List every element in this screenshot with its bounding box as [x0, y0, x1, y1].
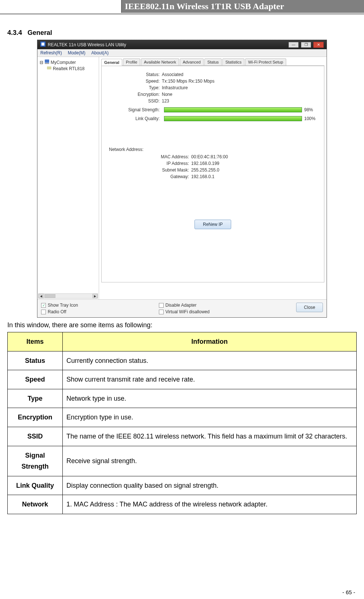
sidebar-tree: ⊟ MyComputer Realtek RTL818 ◀ ▶: [37, 57, 99, 299]
intro-text: In this window, there are some items as …: [7, 321, 357, 329]
table-row: SpeedShow current transmit rate and rece…: [8, 370, 357, 389]
subnet-label: Subnet Mask:: [136, 167, 191, 173]
encryption-value: None: [162, 92, 172, 97]
radio-off-label: Radio Off: [48, 309, 66, 314]
scroll-left-icon[interactable]: ◀: [39, 294, 44, 298]
speed-value: Tx:150 Mbps Rx:150 Mbps: [162, 79, 214, 84]
table-head-items: Items: [8, 332, 63, 351]
show-tray-checkbox[interactable]: ✓: [41, 303, 46, 308]
signal-strength-label: Signal Strength:: [107, 107, 162, 112]
table-row: EncryptionEncryption type in use.: [8, 408, 357, 427]
tab-available-network[interactable]: Available Network: [141, 58, 179, 65]
table-row: Link QualityDisplay connection quality b…: [8, 476, 357, 495]
tree-child-label: Realtek RTL818: [53, 66, 85, 71]
table-row: TypeNetwork type in use.: [8, 389, 357, 408]
tree-root[interactable]: ⊟ MyComputer: [39, 59, 97, 65]
table-head-info: Information: [63, 332, 357, 351]
info-cell: Display connection quality based on sign…: [63, 476, 357, 495]
item-cell: SSID: [8, 427, 63, 446]
menu-mode[interactable]: Mode(M): [68, 50, 85, 55]
item-cell: Network: [8, 495, 63, 514]
scroll-thumb[interactable]: [44, 294, 55, 298]
signal-strength-pct: 98%: [304, 107, 319, 112]
disable-adapter-label: Disable Adapter: [165, 303, 197, 308]
tree-root-label: MyComputer: [51, 60, 76, 65]
menu-about[interactable]: About(A): [91, 50, 109, 55]
tab-status[interactable]: Status: [204, 58, 222, 65]
info-cell: Receive signal strength.: [63, 446, 357, 476]
info-cell: 1. MAC Address : The MAC address of the …: [63, 495, 357, 514]
table-row: SSIDThe name of the IEEE 802.11 wireless…: [8, 427, 357, 446]
close-window-button[interactable]: ✕: [313, 42, 324, 48]
disable-adapter-checkbox[interactable]: [159, 303, 164, 308]
table-row: Network1. MAC Address : The MAC address …: [8, 495, 357, 514]
info-cell: Encryption type in use.: [63, 408, 357, 427]
tree-expand-icon[interactable]: ⊟: [40, 60, 43, 65]
link-quality-pct: 100%: [304, 116, 319, 121]
mac-value: 00:E0:4C:81:76:00: [191, 154, 228, 159]
scroll-right-icon[interactable]: ▶: [92, 294, 98, 298]
app-icon: [40, 42, 46, 48]
tree-child[interactable]: Realtek RTL818: [39, 65, 97, 72]
status-value: Associated: [162, 72, 183, 77]
network-address-block: MAC Address:00:E0:4C:81:76:00 IP Address…: [136, 154, 319, 179]
computer-icon: [45, 59, 49, 65]
svg-rect-3: [45, 63, 49, 64]
svg-rect-1: [41, 43, 44, 46]
encryption-label: Encryption:: [107, 92, 162, 97]
tab-advanced[interactable]: Advanced: [180, 58, 204, 65]
mac-label: MAC Address:: [136, 154, 191, 159]
window-title: REALTEK 11n USB Wireless LAN Utility: [48, 42, 126, 47]
menu-refresh[interactable]: Refresh(R): [40, 50, 62, 55]
ssid-value: 123: [162, 98, 169, 104]
app-window: REALTEK 11n USB Wireless LAN Utility — ❐…: [37, 40, 327, 318]
bottom-bar: ✓Show Tray Icon Radio Off Disable Adapte…: [37, 299, 327, 317]
ssid-label: SSID:: [107, 98, 162, 104]
ip-value: 192.168.0.199: [191, 161, 219, 166]
radio-off-checkbox[interactable]: [41, 310, 46, 314]
tab-strip: General Profile Available Network Advanc…: [101, 58, 324, 66]
network-address-label: Network Address:: [109, 147, 319, 152]
sidebar-scrollbar[interactable]: ◀ ▶: [38, 293, 98, 299]
virtual-wifi-checkbox[interactable]: [159, 310, 164, 314]
document-header: IEEE802.11n Wireless 1T1R USB Adapter: [121, 0, 364, 13]
show-tray-label: Show Tray Icon: [48, 303, 78, 308]
item-cell: Type: [8, 389, 63, 408]
gateway-value: 192.168.0.1: [191, 174, 214, 179]
speed-label: Speed:: [107, 79, 162, 84]
section-title: General: [28, 29, 52, 36]
gateway-label: Gateway:: [136, 174, 191, 179]
section-heading: 4.3.4 General: [7, 29, 357, 37]
renew-ip-button[interactable]: ReNew IP: [194, 220, 231, 229]
maximize-button[interactable]: ❐: [301, 42, 311, 48]
page-number: - 65 -: [342, 589, 355, 595]
info-cell: Currently connection status.: [63, 351, 357, 370]
close-button[interactable]: Close: [296, 303, 323, 312]
item-cell: Speed: [8, 370, 63, 389]
type-label: Type:: [107, 85, 162, 90]
svg-rect-4: [47, 66, 51, 69]
tab-wifi-protect-setup[interactable]: Wi-Fi Protect Setup: [245, 58, 286, 65]
info-cell: The name of the IEEE 802.11 wireless net…: [63, 427, 357, 446]
section-number: 4.3.4: [7, 29, 22, 36]
minimize-button[interactable]: —: [288, 42, 299, 48]
table-row: Signal StrengthReceive signal strength.: [8, 446, 357, 476]
menubar: Refresh(R) Mode(M) About(A): [37, 49, 327, 57]
link-quality-label: Link Quality:: [107, 116, 162, 121]
virtual-wifi-label: Virtual WiFi disallowed: [165, 309, 210, 314]
subnet-value: 255.255.255.0: [191, 167, 219, 173]
general-panel: Status:Associated Speed:Tx:150 Mbps Rx:1…: [101, 66, 324, 282]
ip-label: IP Address:: [136, 161, 191, 166]
tab-general[interactable]: General: [101, 59, 122, 66]
svg-rect-2: [45, 59, 49, 63]
signal-strength-bar: [164, 107, 302, 112]
link-quality-bar: [164, 116, 302, 121]
titlebar: REALTEK 11n USB Wireless LAN Utility — ❐…: [37, 40, 327, 49]
tab-statistics[interactable]: Statistics: [222, 58, 244, 65]
tab-profile[interactable]: Profile: [123, 58, 140, 65]
item-cell: Status: [8, 351, 63, 370]
item-cell: Link Quality: [8, 476, 63, 495]
adapter-icon: [47, 66, 51, 71]
info-cell: Network type in use.: [63, 389, 357, 408]
status-label: Status:: [107, 72, 162, 77]
